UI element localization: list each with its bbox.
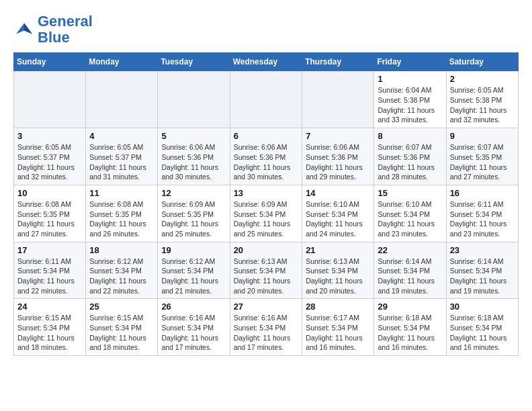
calendar-cell: 22Sunrise: 6:14 AM Sunset: 5:34 PM Dayli… bbox=[374, 242, 446, 299]
calendar-cell: 25Sunrise: 6:15 AM Sunset: 5:34 PM Dayli… bbox=[86, 299, 158, 356]
weekday-header: Thursday bbox=[302, 53, 374, 71]
day-number: 4 bbox=[89, 131, 154, 141]
day-info: Sunrise: 6:09 AM Sunset: 5:34 PM Dayligh… bbox=[234, 199, 299, 239]
calendar-week-row: 17Sunrise: 6:11 AM Sunset: 5:34 PM Dayli… bbox=[14, 242, 519, 299]
calendar-cell: 13Sunrise: 6:09 AM Sunset: 5:34 PM Dayli… bbox=[230, 185, 302, 242]
day-info: Sunrise: 6:14 AM Sunset: 5:34 PM Dayligh… bbox=[378, 257, 442, 296]
weekday-header: Wednesday bbox=[230, 53, 302, 71]
calendar-cell: 15Sunrise: 6:10 AM Sunset: 5:34 PM Dayli… bbox=[374, 185, 446, 242]
logo-text: General Blue bbox=[38, 13, 93, 46]
day-info: Sunrise: 6:05 AM Sunset: 5:38 PM Dayligh… bbox=[450, 85, 515, 125]
day-number: 19 bbox=[161, 245, 226, 255]
calendar-table: SundayMondayTuesdayWednesdayThursdayFrid… bbox=[13, 52, 519, 356]
day-info: Sunrise: 6:08 AM Sunset: 5:35 PM Dayligh… bbox=[89, 199, 154, 239]
day-number: 9 bbox=[450, 131, 515, 141]
day-number: 5 bbox=[161, 131, 226, 141]
calendar-cell: 9Sunrise: 6:07 AM Sunset: 5:35 PM Daylig… bbox=[446, 128, 518, 185]
calendar-cell bbox=[230, 71, 302, 128]
day-number: 12 bbox=[161, 188, 226, 198]
calendar-cell: 7Sunrise: 6:06 AM Sunset: 5:36 PM Daylig… bbox=[302, 128, 374, 185]
calendar-cell: 8Sunrise: 6:07 AM Sunset: 5:36 PM Daylig… bbox=[374, 128, 446, 185]
day-number: 15 bbox=[378, 188, 442, 198]
day-info: Sunrise: 6:06 AM Sunset: 5:36 PM Dayligh… bbox=[306, 142, 370, 182]
logo: General Blue bbox=[13, 13, 93, 46]
day-info: Sunrise: 6:16 AM Sunset: 5:34 PM Dayligh… bbox=[161, 313, 226, 353]
calendar-cell: 5Sunrise: 6:06 AM Sunset: 5:36 PM Daylig… bbox=[158, 128, 230, 185]
day-info: Sunrise: 6:13 AM Sunset: 5:34 PM Dayligh… bbox=[234, 257, 299, 296]
calendar-cell: 14Sunrise: 6:10 AM Sunset: 5:34 PM Dayli… bbox=[302, 185, 374, 242]
day-number: 8 bbox=[378, 131, 442, 141]
day-number: 14 bbox=[306, 188, 370, 198]
day-info: Sunrise: 6:15 AM Sunset: 5:34 PM Dayligh… bbox=[17, 313, 82, 353]
day-number: 17 bbox=[17, 245, 82, 255]
day-number: 26 bbox=[161, 302, 226, 312]
calendar-cell: 17Sunrise: 6:11 AM Sunset: 5:34 PM Dayli… bbox=[14, 242, 86, 299]
day-info: Sunrise: 6:13 AM Sunset: 5:34 PM Dayligh… bbox=[306, 257, 370, 296]
calendar-week-row: 1Sunrise: 6:04 AM Sunset: 5:38 PM Daylig… bbox=[14, 71, 519, 128]
day-info: Sunrise: 6:18 AM Sunset: 5:34 PM Dayligh… bbox=[378, 313, 442, 353]
day-info: Sunrise: 6:05 AM Sunset: 5:37 PM Dayligh… bbox=[17, 142, 82, 182]
day-info: Sunrise: 6:05 AM Sunset: 5:37 PM Dayligh… bbox=[89, 142, 154, 182]
calendar-cell: 20Sunrise: 6:13 AM Sunset: 5:34 PM Dayli… bbox=[230, 242, 302, 299]
day-info: Sunrise: 6:10 AM Sunset: 5:34 PM Dayligh… bbox=[378, 199, 442, 239]
day-info: Sunrise: 6:06 AM Sunset: 5:36 PM Dayligh… bbox=[234, 142, 299, 182]
calendar-cell: 4Sunrise: 6:05 AM Sunset: 5:37 PM Daylig… bbox=[86, 128, 158, 185]
day-number: 27 bbox=[234, 302, 299, 312]
calendar-cell: 11Sunrise: 6:08 AM Sunset: 5:35 PM Dayli… bbox=[86, 185, 158, 242]
day-number: 22 bbox=[378, 245, 442, 255]
calendar-cell: 10Sunrise: 6:08 AM Sunset: 5:35 PM Dayli… bbox=[14, 185, 86, 242]
day-number: 23 bbox=[450, 245, 515, 255]
calendar-cell: 28Sunrise: 6:17 AM Sunset: 5:34 PM Dayli… bbox=[302, 299, 374, 356]
calendar-cell: 18Sunrise: 6:12 AM Sunset: 5:34 PM Dayli… bbox=[86, 242, 158, 299]
calendar-week-row: 3Sunrise: 6:05 AM Sunset: 5:37 PM Daylig… bbox=[14, 128, 519, 185]
day-number: 30 bbox=[450, 302, 515, 312]
day-number: 13 bbox=[234, 188, 299, 198]
day-number: 7 bbox=[306, 131, 370, 141]
calendar-header-row: SundayMondayTuesdayWednesdayThursdayFrid… bbox=[14, 53, 519, 71]
day-number: 16 bbox=[450, 188, 515, 198]
calendar-cell: 24Sunrise: 6:15 AM Sunset: 5:34 PM Dayli… bbox=[14, 299, 86, 356]
day-number: 11 bbox=[89, 188, 154, 198]
day-info: Sunrise: 6:04 AM Sunset: 5:38 PM Dayligh… bbox=[378, 85, 442, 125]
day-number: 24 bbox=[17, 302, 82, 312]
calendar-cell: 1Sunrise: 6:04 AM Sunset: 5:38 PM Daylig… bbox=[374, 71, 446, 128]
day-info: Sunrise: 6:18 AM Sunset: 5:34 PM Dayligh… bbox=[450, 313, 515, 353]
calendar-cell: 30Sunrise: 6:18 AM Sunset: 5:34 PM Dayli… bbox=[446, 299, 518, 356]
calendar-cell bbox=[158, 71, 230, 128]
day-number: 10 bbox=[17, 188, 82, 198]
calendar-cell bbox=[86, 71, 158, 128]
calendar-cell: 26Sunrise: 6:16 AM Sunset: 5:34 PM Dayli… bbox=[158, 299, 230, 356]
day-info: Sunrise: 6:06 AM Sunset: 5:36 PM Dayligh… bbox=[161, 142, 226, 182]
weekday-header: Saturday bbox=[446, 53, 518, 71]
calendar-cell: 16Sunrise: 6:11 AM Sunset: 5:34 PM Dayli… bbox=[446, 185, 518, 242]
calendar-cell: 29Sunrise: 6:18 AM Sunset: 5:34 PM Dayli… bbox=[374, 299, 446, 356]
day-info: Sunrise: 6:07 AM Sunset: 5:36 PM Dayligh… bbox=[378, 142, 442, 182]
day-number: 28 bbox=[306, 302, 370, 312]
day-number: 29 bbox=[378, 302, 442, 312]
day-number: 6 bbox=[234, 131, 299, 141]
calendar-cell: 6Sunrise: 6:06 AM Sunset: 5:36 PM Daylig… bbox=[230, 128, 302, 185]
calendar-cell bbox=[14, 71, 86, 128]
svg-marker-1 bbox=[24, 24, 32, 34]
calendar-cell: 2Sunrise: 6:05 AM Sunset: 5:38 PM Daylig… bbox=[446, 71, 518, 128]
weekday-header: Tuesday bbox=[158, 53, 230, 71]
day-number: 2 bbox=[450, 74, 515, 84]
weekday-header: Sunday bbox=[14, 53, 86, 71]
logo-icon bbox=[13, 19, 35, 40]
day-info: Sunrise: 6:12 AM Sunset: 5:34 PM Dayligh… bbox=[89, 257, 154, 296]
calendar-cell: 3Sunrise: 6:05 AM Sunset: 5:37 PM Daylig… bbox=[14, 128, 86, 185]
day-info: Sunrise: 6:11 AM Sunset: 5:34 PM Dayligh… bbox=[450, 199, 515, 239]
calendar-cell: 21Sunrise: 6:13 AM Sunset: 5:34 PM Dayli… bbox=[302, 242, 374, 299]
calendar-cell: 19Sunrise: 6:12 AM Sunset: 5:34 PM Dayli… bbox=[158, 242, 230, 299]
day-info: Sunrise: 6:12 AM Sunset: 5:34 PM Dayligh… bbox=[161, 257, 226, 296]
calendar-cell: 23Sunrise: 6:14 AM Sunset: 5:34 PM Dayli… bbox=[446, 242, 518, 299]
day-number: 20 bbox=[234, 245, 299, 255]
day-info: Sunrise: 6:10 AM Sunset: 5:34 PM Dayligh… bbox=[306, 199, 370, 239]
day-number: 21 bbox=[306, 245, 370, 255]
calendar-week-row: 10Sunrise: 6:08 AM Sunset: 5:35 PM Dayli… bbox=[14, 185, 519, 242]
day-number: 25 bbox=[89, 302, 154, 312]
day-info: Sunrise: 6:11 AM Sunset: 5:34 PM Dayligh… bbox=[17, 257, 82, 296]
calendar-cell bbox=[302, 71, 374, 128]
calendar-cell: 27Sunrise: 6:16 AM Sunset: 5:34 PM Dayli… bbox=[230, 299, 302, 356]
day-info: Sunrise: 6:07 AM Sunset: 5:35 PM Dayligh… bbox=[450, 142, 515, 182]
